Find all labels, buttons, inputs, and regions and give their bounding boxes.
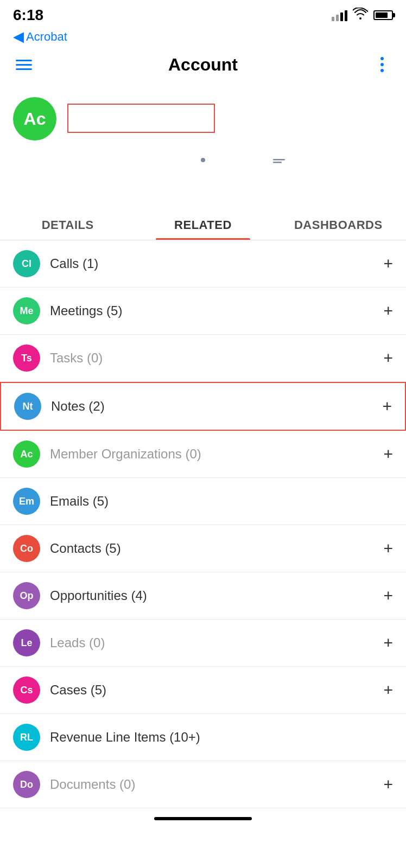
item-avatar-leads: Le — [13, 629, 40, 656]
page-title: Account — [168, 55, 238, 75]
svg-line-7 — [354, 156, 363, 164]
related-item-notes[interactable]: NtNotes (2)+ — [0, 382, 406, 431]
add-button-contacts[interactable]: + — [383, 540, 393, 557]
dots-menu-icon — [380, 57, 384, 72]
svg-rect-6 — [347, 156, 359, 168]
wifi-icon — [353, 8, 368, 23]
item-avatar-member-orgs: Ac — [13, 441, 40, 468]
related-item-member-orgs[interactable]: AcMember Organizations (0)+ — [0, 431, 406, 478]
item-avatar-emails: Em — [13, 488, 40, 515]
account-avatar: Ac — [13, 97, 56, 141]
item-label-documents: Documents (0) — [50, 777, 383, 792]
item-label-cases: Cases (5) — [50, 682, 383, 698]
svg-rect-5 — [273, 162, 282, 163]
item-label-calls: Calls (1) — [50, 256, 383, 271]
item-avatar-meetings: Me — [13, 297, 40, 324]
item-avatar-opportunities: Op — [13, 582, 40, 609]
related-item-documents[interactable]: DoDocuments (0)+ — [0, 761, 406, 808]
hero-top-row: Ac Max Holdings Ltd — [13, 97, 393, 141]
web-button[interactable]: Web — [344, 155, 366, 191]
back-nav: ◀ Acrobat — [0, 27, 406, 47]
related-item-opportunities[interactable]: OpOpportunities (4)+ — [0, 572, 406, 620]
call-label: Call — [40, 180, 58, 192]
map-icon — [195, 154, 211, 175]
item-avatar-notes: Nt — [14, 393, 41, 420]
svg-point-1 — [201, 158, 205, 162]
back-label: Acrobat — [26, 30, 67, 44]
related-item-revenue[interactable]: RLRevenue Line Items (10+) — [0, 714, 406, 761]
email-button[interactable]: Email — [112, 156, 139, 190]
item-avatar-contacts: Co — [13, 535, 40, 562]
add-button-notes[interactable]: + — [382, 398, 392, 414]
account-name-box: Max Holdings Ltd — [67, 104, 215, 133]
related-item-leads[interactable]: LeLeads (0)+ — [0, 620, 406, 667]
top-nav-bar: Account — [0, 47, 406, 84]
action-row: Call Email Map — [13, 154, 393, 192]
item-avatar-cases: Cs — [13, 676, 40, 704]
email-icon — [116, 156, 135, 173]
add-button-calls[interactable]: + — [383, 256, 393, 272]
add-button-meetings[interactable]: + — [383, 303, 393, 319]
related-item-calls[interactable]: ClCalls (1)+ — [0, 240, 406, 288]
item-label-notes: Notes (2) — [51, 399, 382, 414]
item-label-emails: Emails (5) — [50, 494, 393, 509]
chevron-left-icon: ◀ — [13, 28, 24, 45]
web-icon — [346, 155, 364, 174]
hero-banner: ☆ Ac Max Holdings Ltd Call Email — [0, 84, 406, 208]
tab-dashboards[interactable]: DASHBOARDS — [271, 208, 406, 240]
item-label-meetings: Meetings (5) — [50, 303, 383, 318]
more-menu-button[interactable] — [369, 52, 395, 78]
related-item-cases[interactable]: CsCases (5)+ — [0, 667, 406, 714]
item-label-revenue: Revenue Line Items (10+) — [50, 730, 393, 745]
status-icons — [332, 8, 393, 23]
add-button-tasks[interactable]: + — [383, 350, 393, 366]
item-avatar-tasks: Ts — [13, 344, 40, 372]
map-label: Map — [193, 180, 214, 192]
map-button[interactable]: Map — [193, 154, 214, 192]
hamburger-icon — [16, 60, 32, 70]
sms-button[interactable]: SMS — [267, 155, 290, 191]
add-button-leads[interactable]: + — [383, 635, 393, 651]
tabs-row: DETAILS RELATED DASHBOARDS — [0, 208, 406, 240]
star-icon: ☆ — [388, 87, 401, 105]
battery-icon — [373, 10, 393, 20]
related-list: ClCalls (1)+MeMeetings (5)+TsTasks (0)+N… — [0, 240, 406, 808]
add-button-opportunities[interactable]: + — [383, 588, 393, 604]
related-item-emails[interactable]: EmEmails (5) — [0, 478, 406, 525]
add-button-documents[interactable]: + — [383, 776, 393, 793]
item-label-opportunities: Opportunities (4) — [50, 588, 383, 603]
item-avatar-documents: Do — [13, 771, 40, 798]
item-avatar-calls: Cl — [13, 250, 40, 277]
home-indicator — [0, 808, 406, 826]
item-label-leads: Leads (0) — [50, 635, 383, 650]
add-button-member-orgs[interactable]: + — [383, 446, 393, 462]
status-bar: 6:18 — [0, 0, 406, 27]
sms-icon — [270, 155, 288, 174]
sms-label: SMS — [267, 178, 290, 191]
hamburger-menu-button[interactable] — [11, 52, 37, 78]
svg-marker-3 — [273, 168, 277, 171]
call-button[interactable]: Call — [40, 154, 58, 192]
account-name: Max Holdings Ltd — [78, 109, 204, 127]
svg-rect-4 — [273, 159, 285, 161]
home-bar — [154, 817, 252, 820]
related-item-tasks[interactable]: TsTasks (0)+ — [0, 335, 406, 382]
web-label: Web — [344, 178, 366, 191]
add-button-cases[interactable]: + — [383, 682, 393, 698]
back-button[interactable]: ◀ Acrobat — [13, 28, 393, 45]
item-label-contacts: Contacts (5) — [50, 541, 383, 556]
star-button[interactable]: ☆ — [382, 84, 406, 108]
signal-icon — [332, 9, 347, 21]
item-avatar-revenue: RL — [13, 724, 40, 751]
tab-related[interactable]: RELATED — [135, 208, 270, 240]
call-icon — [40, 154, 58, 175]
tab-details[interactable]: DETAILS — [0, 208, 135, 240]
item-label-tasks: Tasks (0) — [50, 350, 383, 366]
email-label: Email — [112, 177, 139, 190]
status-time: 6:18 — [13, 7, 43, 24]
item-label-member-orgs: Member Organizations (0) — [50, 446, 383, 462]
related-item-meetings[interactable]: MeMeetings (5)+ — [0, 288, 406, 335]
related-item-contacts[interactable]: CoContacts (5)+ — [0, 525, 406, 572]
